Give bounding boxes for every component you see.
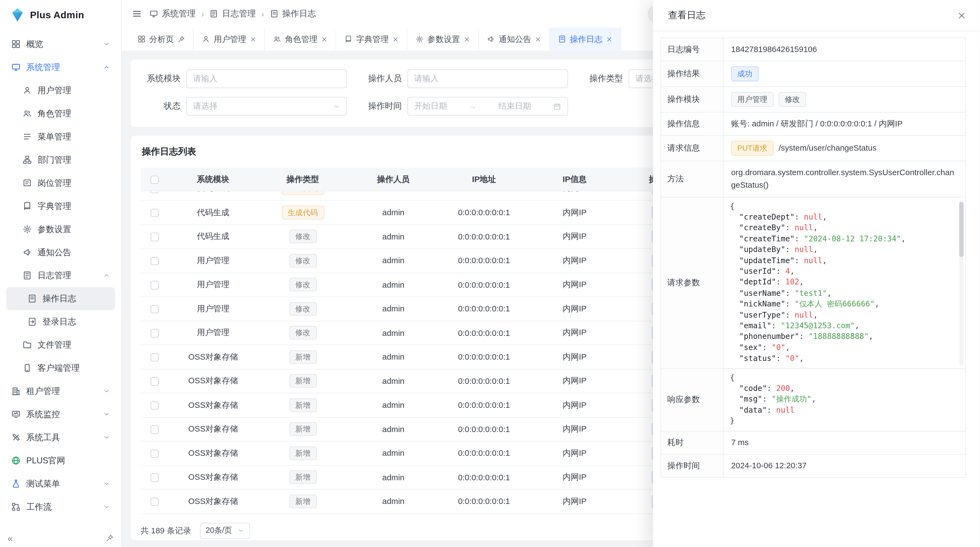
sidebar-item-log[interactable]: 日志管理 xyxy=(6,264,115,287)
sidebar-item-workflow[interactable]: 工作流 xyxy=(6,495,115,518)
row-checkbox[interactable] xyxy=(151,233,159,241)
chevron-up-icon xyxy=(103,64,110,70)
detail-value: PUT请求/system/user/changeStatus xyxy=(724,136,965,161)
tab-operlog[interactable]: 操作日志 xyxy=(550,27,621,51)
row-checkbox[interactable] xyxy=(151,191,159,193)
code-token: "createDept" xyxy=(739,212,795,221)
cell-module: OSS对象存储 xyxy=(169,424,258,435)
row-checkbox-cell xyxy=(140,191,169,193)
log-icon xyxy=(210,9,218,18)
code-token: 4 xyxy=(785,267,790,276)
breadcrumb-item[interactable]: 系统管理 xyxy=(150,8,196,19)
sidebar-item-client[interactable]: 客户端管理 xyxy=(6,356,115,380)
breadcrumb-item[interactable]: 日志管理 xyxy=(210,8,256,19)
select-all-checkbox[interactable] xyxy=(151,175,159,184)
row-checkbox[interactable] xyxy=(151,474,159,482)
close-icon[interactable] xyxy=(958,11,966,20)
sidebar-item-plus-site[interactable]: PLUS官网 xyxy=(6,449,115,472)
filter-field: 操作时间开始日期→结束日期 xyxy=(363,97,568,116)
tab-role[interactable]: 角色管理 xyxy=(265,27,336,51)
row-checkbox[interactable] xyxy=(151,281,159,290)
cell-user: admin xyxy=(348,497,439,506)
param-icon xyxy=(416,35,424,43)
date-range-input[interactable]: 开始日期→结束日期 xyxy=(407,97,568,116)
row-checkbox[interactable] xyxy=(151,377,159,386)
sidebar-item-monitor[interactable]: 系统监控 xyxy=(6,403,115,426)
grid-icon xyxy=(137,35,146,43)
cell-action: 新增 xyxy=(258,398,348,412)
row-checkbox[interactable] xyxy=(151,401,159,410)
detail-label: 请求信息 xyxy=(661,136,724,161)
sidebar-item-dept[interactable]: 部门管理 xyxy=(6,148,115,171)
close-icon[interactable] xyxy=(393,36,399,42)
cell-ip: 0:0:0:0:0:0:0:1 xyxy=(439,424,529,434)
column-header: 操作人员 xyxy=(348,174,439,185)
sidebar-item-param[interactable]: 参数设置 xyxy=(6,218,115,241)
sidebar-item-operlog[interactable]: 操作日志 xyxy=(6,287,115,310)
close-icon[interactable] xyxy=(535,36,541,42)
filter-input[interactable]: 请输入 xyxy=(407,69,568,88)
row-checkbox[interactable] xyxy=(151,257,159,265)
sidebar-item-user[interactable]: 用户管理 xyxy=(6,79,115,102)
notice-icon xyxy=(487,35,495,43)
cell-ip: 0:0:0:0:0:0:0:1 xyxy=(439,497,529,506)
filter-select[interactable]: 请选择 xyxy=(186,97,347,116)
cell-ip-info: 内网IP xyxy=(529,472,620,483)
close-icon[interactable] xyxy=(250,36,256,42)
sidebar-item-overview[interactable]: 概览 xyxy=(6,32,115,56)
sidebar-item-dict[interactable]: 字典管理 xyxy=(6,195,115,218)
code-token: , xyxy=(827,289,832,297)
close-icon[interactable] xyxy=(606,36,612,42)
tab-dict[interactable]: 字典管理 xyxy=(336,27,407,51)
code-token: "nickName" xyxy=(739,300,785,308)
close-icon[interactable] xyxy=(464,36,470,42)
pin-sidebar-icon[interactable] xyxy=(106,534,114,542)
action-type-badge: 新增 xyxy=(289,446,317,460)
scrollbar-thumb[interactable] xyxy=(959,202,964,257)
tab-analysis[interactable]: 分析页 xyxy=(129,27,194,51)
table-row: OSS对象存储新增admin0:0:0:0:0:0:0:1内网IP成功 xyxy=(140,369,710,393)
cell-ip-info: 内网IP xyxy=(529,279,620,290)
dict-icon xyxy=(22,201,32,211)
row-checkbox[interactable] xyxy=(151,329,159,338)
row-checkbox[interactable] xyxy=(151,426,159,434)
sidebar-item-test[interactable]: 测试菜单 xyxy=(6,472,115,495)
tab-user[interactable]: 用户管理 xyxy=(194,27,265,51)
row-checkbox[interactable] xyxy=(151,353,159,362)
tab-notice[interactable]: 通知公告 xyxy=(479,27,550,51)
sidebar-item-file[interactable]: 文件管理 xyxy=(6,333,115,357)
cell-ip-info: 内网IP xyxy=(529,424,620,435)
row-checkbox[interactable] xyxy=(151,450,159,458)
breadcrumb-item[interactable]: 操作日志 xyxy=(270,8,316,19)
action-type-badge: 修改 xyxy=(289,254,317,268)
monitor-icon xyxy=(11,410,21,419)
sidebar-item-tenant[interactable]: 租户管理 xyxy=(6,380,115,403)
sidebar-item-post[interactable]: 岗位管理 xyxy=(6,171,115,195)
sidebar-item-system[interactable]: 系统管理 xyxy=(6,56,115,79)
filter-input[interactable]: 请输入 xyxy=(186,69,347,88)
detail-text: 1842781986426159106 xyxy=(731,43,817,56)
row-checkbox[interactable] xyxy=(151,498,159,506)
sidebar-item-role[interactable]: 角色管理 xyxy=(6,102,115,125)
placeholder: 请输入 xyxy=(414,73,561,85)
system-icon xyxy=(11,63,21,72)
filter-label: 状态 xyxy=(142,101,180,112)
detail-row-response-params: 响应参数{ "code": 200, "msg": "操作成功", "data"… xyxy=(661,369,966,432)
cell-module: 用户管理 xyxy=(169,327,258,338)
sidebar-item-loginlog[interactable]: 登录日志 xyxy=(6,310,115,333)
header-checkbox-cell xyxy=(140,174,169,184)
row-checkbox[interactable] xyxy=(151,305,159,314)
sidebar-item-notice[interactable]: 通知公告 xyxy=(6,241,115,264)
code-token: null xyxy=(776,406,795,414)
menu-toggle-button[interactable] xyxy=(132,9,142,19)
sidebar-item-tools[interactable]: 系统工具 xyxy=(6,426,115,449)
sidebar-item-menu[interactable]: 菜单管理 xyxy=(6,125,115,148)
action-type-badge: 修改 xyxy=(289,302,317,316)
cell-ip: 0:0:0:0:0:0:0:1 xyxy=(439,232,529,241)
column-header: IP信息 xyxy=(529,174,620,185)
collapse-sidebar-button[interactable]: « xyxy=(8,533,13,543)
close-icon[interactable] xyxy=(321,36,328,42)
page-size-select[interactable]: 20条/页 xyxy=(200,523,250,539)
tab-param[interactable]: 参数设置 xyxy=(407,27,479,51)
row-checkbox[interactable] xyxy=(151,209,159,217)
